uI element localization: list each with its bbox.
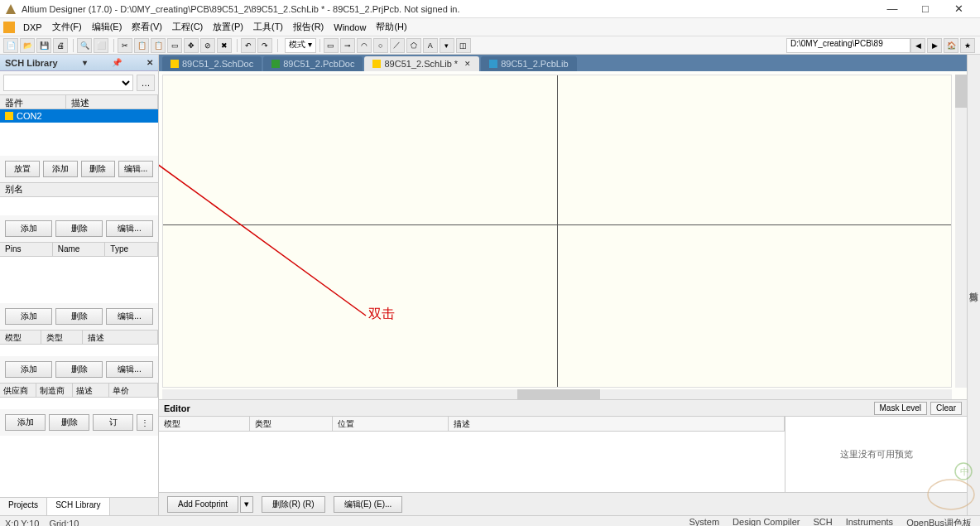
alias-list[interactable] bbox=[0, 197, 158, 215]
vscroll-thumb[interactable] bbox=[955, 75, 967, 108]
mask-level-button[interactable]: Mask Level bbox=[874, 402, 928, 415]
delete-model-button[interactable]: 删除 bbox=[55, 361, 103, 378]
menu-reports[interactable]: 报告(R) bbox=[288, 19, 329, 35]
edit-model-button[interactable]: 编辑... bbox=[106, 361, 153, 378]
edit-footprint-button[interactable]: 编辑(E) (E)... bbox=[334, 496, 403, 513]
tb-cut[interactable]: ✂ bbox=[118, 38, 132, 53]
tb-paste[interactable]: 📋 bbox=[151, 38, 166, 53]
horizontal-scrollbar[interactable] bbox=[162, 389, 952, 399]
place-button[interactable]: 放置 bbox=[5, 161, 40, 177]
panel-dropdown-icon[interactable]: ▾ bbox=[83, 58, 87, 67]
delete-component-button[interactable]: 删除 bbox=[81, 161, 116, 177]
tb-nav-fwd[interactable]: ▶ bbox=[927, 38, 942, 53]
col-pin-type[interactable]: Type bbox=[105, 243, 158, 256]
edit-alias-button[interactable]: 编辑... bbox=[106, 220, 153, 237]
col-pins[interactable]: Pins bbox=[0, 243, 53, 256]
menu-view[interactable]: 察看(V) bbox=[127, 19, 167, 35]
order-button[interactable]: 订 bbox=[93, 414, 133, 431]
tb-print[interactable]: 🖨 bbox=[53, 38, 68, 53]
add-pin-button[interactable]: 添加 bbox=[5, 308, 52, 325]
tb-place-rect[interactable]: ▭ bbox=[324, 38, 339, 53]
delete-alias-button[interactable]: 删除 bbox=[55, 220, 103, 237]
tb-select[interactable]: ▭ bbox=[167, 38, 182, 53]
editor-col-desc[interactable]: 描述 bbox=[449, 417, 785, 431]
add-component-button[interactable]: 添加 bbox=[43, 161, 78, 177]
tb-place-part[interactable]: ◫ bbox=[456, 38, 471, 53]
alias-scroll[interactable] bbox=[143, 183, 153, 196]
editor-rows[interactable] bbox=[159, 432, 785, 492]
tab-projects[interactable]: Projects bbox=[0, 498, 47, 515]
col-pin-name[interactable]: Name bbox=[53, 243, 106, 256]
editor-col-model[interactable]: 模型 bbox=[159, 417, 250, 431]
tb-move[interactable]: ✥ bbox=[184, 38, 199, 53]
component-row-con2[interactable]: CON2 bbox=[0, 109, 158, 123]
minimize-button[interactable]: — bbox=[876, 1, 909, 17]
sb-openbus[interactable]: OpenBus调色板 bbox=[903, 517, 975, 526]
tb-place-grid-dd[interactable]: ▾ bbox=[440, 38, 454, 53]
tb-place-pin[interactable]: ⊸ bbox=[340, 38, 355, 53]
edit-component-button[interactable]: 编辑... bbox=[118, 161, 153, 177]
edit-pin-button[interactable]: 编辑... bbox=[106, 308, 153, 325]
tab-sch-library[interactable]: SCH Library bbox=[47, 498, 109, 515]
tb-undo[interactable]: ↶ bbox=[241, 38, 256, 53]
tb-zoom-fit[interactable]: ⬜ bbox=[94, 38, 108, 53]
supplier-list[interactable] bbox=[0, 398, 158, 409]
tb-new[interactable]: 📄 bbox=[3, 38, 18, 53]
menu-dxp[interactable]: DXP bbox=[18, 21, 47, 34]
tb-place-poly[interactable]: ⬠ bbox=[406, 38, 421, 53]
tb-delete[interactable]: ✖ bbox=[217, 38, 232, 53]
delete-footprint-button[interactable]: 删除(R) (R) bbox=[262, 496, 325, 513]
col-model[interactable]: 模型 bbox=[0, 331, 41, 344]
col-desc[interactable]: 描述 bbox=[66, 95, 158, 109]
canvas-area[interactable]: 双击 bbox=[159, 71, 967, 399]
col-model-desc[interactable]: 描述 bbox=[83, 331, 158, 344]
col-component[interactable]: 器件 bbox=[0, 95, 66, 109]
tb-open[interactable]: 📂 bbox=[20, 38, 35, 53]
editor-col-type[interactable]: 类型 bbox=[250, 417, 333, 431]
tb-place-line[interactable]: ／ bbox=[390, 38, 405, 53]
add-footprint-dropdown[interactable]: ▾ bbox=[240, 496, 253, 513]
delete-supplier-button[interactable]: 删除 bbox=[49, 414, 89, 431]
tb-redo[interactable]: ↷ bbox=[257, 38, 272, 53]
tb-save[interactable]: 💾 bbox=[36, 38, 51, 53]
doc-tab-schlib[interactable]: 89C51_2.SchLib *✕ bbox=[364, 56, 479, 71]
path-dropdown[interactable]: D:\0MY_creating\PCB\89 bbox=[786, 38, 910, 53]
doc-tab-pcblib[interactable]: 89C51_2.PcbLib bbox=[481, 56, 576, 71]
add-model-button[interactable]: 添加 bbox=[5, 361, 52, 378]
supplier-options-button[interactable]: ⋮ bbox=[137, 414, 153, 431]
doc-tab-pcbdoc[interactable]: 89C51_2.PcbDoc bbox=[263, 56, 363, 71]
tb-place-arc[interactable]: ◠ bbox=[357, 38, 372, 53]
hscroll-thumb[interactable] bbox=[517, 389, 600, 399]
tb-copy[interactable]: 📋 bbox=[134, 38, 149, 53]
menu-project[interactable]: 工程(C) bbox=[167, 19, 208, 35]
tb-favorites-icon[interactable]: ★ bbox=[960, 38, 975, 53]
menu-file[interactable]: 文件(F) bbox=[47, 19, 87, 35]
pins-list[interactable] bbox=[0, 257, 158, 303]
panel-pin-icon[interactable]: 📌 bbox=[112, 58, 122, 67]
menu-tools[interactable]: 工具(T) bbox=[248, 19, 288, 35]
sb-sch[interactable]: SCH bbox=[809, 517, 835, 526]
tb-place-ellipse[interactable]: ○ bbox=[373, 38, 388, 53]
col-price[interactable]: 单价 bbox=[109, 384, 158, 397]
editor-col-location[interactable]: 位置 bbox=[333, 417, 449, 431]
close-button[interactable]: ✕ bbox=[942, 1, 975, 17]
col-mfr[interactable]: 制造商 bbox=[36, 384, 73, 397]
close-tab-icon[interactable]: ✕ bbox=[464, 60, 471, 68]
vertical-scrollbar[interactable] bbox=[955, 75, 967, 388]
menu-help[interactable]: 帮助(H) bbox=[371, 19, 411, 35]
component-list[interactable]: CON2 bbox=[0, 109, 158, 156]
sb-design-compiler[interactable]: Design Compiler bbox=[729, 517, 803, 526]
add-alias-button[interactable]: 添加 bbox=[5, 220, 52, 237]
add-footprint-button[interactable]: Add Footprint bbox=[167, 496, 238, 513]
model-list[interactable] bbox=[0, 345, 158, 356]
menu-edit[interactable]: 编辑(E) bbox=[87, 19, 127, 35]
sb-instruments[interactable]: Instruments bbox=[843, 517, 896, 526]
tb-deselect[interactable]: ⊘ bbox=[200, 38, 215, 53]
panel-close-icon[interactable]: ✕ bbox=[147, 58, 153, 67]
delete-pin-button[interactable]: 删除 bbox=[55, 308, 103, 325]
tb-nav-back[interactable]: ◀ bbox=[910, 38, 925, 53]
alias-label[interactable]: 别名 bbox=[5, 183, 23, 196]
tb-place-text[interactable]: A bbox=[423, 38, 438, 53]
clear-button[interactable]: Clear bbox=[930, 402, 962, 415]
filter-options-button[interactable]: … bbox=[137, 75, 155, 91]
